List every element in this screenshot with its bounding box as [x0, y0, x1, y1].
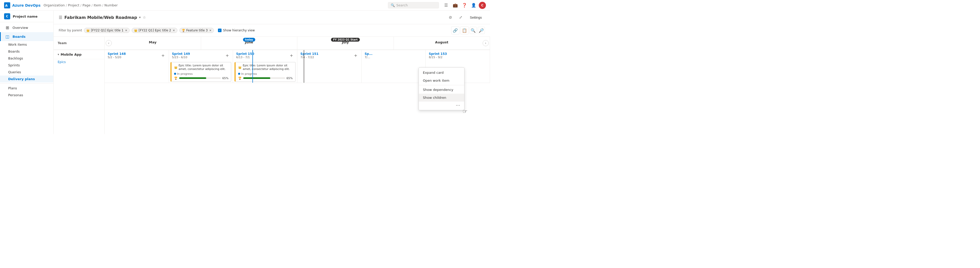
context-menu-show-children[interactable]: Show children [419, 94, 464, 102]
expand-icon-btn[interactable]: ⤢ [457, 13, 465, 21]
sidebar-item-boards[interactable]: ◫ Boards [0, 32, 53, 41]
sprint-153-header: Sprint 153 8/15 - 9/2 [426, 50, 490, 61]
sprint-152-name[interactable]: Sp... [365, 52, 372, 56]
context-menu-show-dependency[interactable]: Show dependency [419, 86, 464, 94]
next-month-btn[interactable]: › [483, 40, 489, 46]
work-items-label: Work items [8, 43, 27, 46]
sprint-151-add-btn[interactable]: + [353, 53, 358, 58]
filter-chip-feature3[interactable]: 🏆 Feature title 3 ✕ [180, 28, 214, 33]
epic-card-2[interactable]: 👑 Epic title: Lorem ipsum dolor sit amet… [234, 62, 296, 82]
team-epics-link[interactable]: Epics [54, 59, 104, 65]
breadcrumb-page[interactable]: Page [83, 3, 90, 7]
briefcase-icon-btn[interactable]: 💼 [451, 1, 460, 10]
epic-card-1-text: Epic title: Lorem ipsum dolor sit amet, … [179, 64, 229, 71]
project-icon: C [4, 13, 10, 19]
sprint-153-dates: 8/15 - 9/2 [429, 56, 447, 59]
month-col-august: August › [394, 37, 490, 49]
filter-icon-btn[interactable]: ⊘ [446, 13, 455, 21]
filter-chip-close-2[interactable]: ✕ [173, 29, 175, 32]
person-icon-btn[interactable]: 👤 [469, 1, 478, 10]
sprint-148-name[interactable]: Sprint 148 [108, 52, 126, 56]
filter-bar: Filter by parent 👑 [FY22 Q1] Epic title … [54, 24, 490, 37]
month-col-may: ‹ May [105, 37, 201, 49]
favorite-star-icon[interactable]: ☆ [143, 15, 146, 19]
breadcrumb-item[interactable]: Item [94, 3, 101, 7]
epic-card-2-header: 👑 Epic title: Lorem ipsum dolor sit amet… [238, 64, 293, 71]
sprint-col-148: Sprint 148 5/2 - 5/20 + [105, 50, 169, 83]
zoom-out-btn[interactable]: 🔎 [478, 27, 485, 34]
epic-crown-icon-2: 👑 [238, 66, 242, 69]
sprint-149-add-btn[interactable]: + [224, 53, 230, 58]
sprint-153-name[interactable]: Sprint 153 [429, 52, 447, 56]
filter-chip-text-1: [FY22 Q1] Epic title 1 [91, 29, 123, 32]
list-icon-btn[interactable]: ☰ [442, 1, 450, 10]
sprint-151-info: Sprint 151 7/4 - 7/22 [301, 52, 318, 59]
team-col-header: Team [54, 37, 105, 49]
show-children-label: Show children [423, 96, 446, 99]
sidebar-label-boards: Boards [13, 35, 25, 38]
hierarchy-toggle[interactable]: ✓ Show hierarchy view [218, 29, 255, 32]
epic-crown-icon-1: 👑 [174, 66, 178, 69]
sprint-151-header: Sprint 151 7/4 - 7/22 + [298, 50, 361, 61]
sidebar-item-plans[interactable]: Plans [0, 85, 53, 92]
sprint-152-info: Sp... 7/... [365, 52, 372, 59]
context-menu-expand-card[interactable]: Expand card [419, 69, 464, 77]
prev-month-btn[interactable]: ‹ [106, 40, 112, 46]
help-icon-btn[interactable]: ❓ [460, 1, 469, 10]
search-box[interactable]: 🔍 Search [388, 2, 439, 8]
top-nav: A Azure DevOps Organization / Project / … [0, 0, 490, 11]
plan-dropdown-icon[interactable]: ▾ [139, 16, 141, 19]
hierarchy-checkbox[interactable]: ✓ [218, 29, 221, 32]
progress-bar-2 [243, 77, 285, 79]
sprint-151-name[interactable]: Sprint 151 [301, 52, 318, 56]
filter-chip-close-3[interactable]: ✕ [209, 29, 212, 32]
plan-list-icon: ☰ [59, 15, 62, 20]
personas-label: Personas [8, 93, 23, 97]
filter-chip-close-1[interactable]: ✕ [125, 29, 127, 32]
progress-pct-2: 65% [286, 77, 293, 80]
sprint-150-header: Sprint 150 6/13 - 7/1 + [233, 50, 297, 61]
status-text-2: In progress [241, 72, 257, 75]
sidebar-item-queries[interactable]: Queries [0, 69, 53, 75]
sidebar-item-delivery-plans[interactable]: Delivery plans [0, 75, 53, 83]
breadcrumb-org[interactable]: Organization [44, 3, 65, 7]
search-icon: 🔍 [391, 3, 395, 7]
sprint-col-152: Sp... 7/... [362, 50, 426, 83]
sprint-153-info: Sprint 153 8/15 - 9/2 [429, 52, 447, 59]
context-menu-more-dots[interactable]: ··· [419, 102, 464, 109]
link-icon-btn[interactable]: 🔗 [451, 26, 460, 35]
sidebar-item-personas[interactable]: Personas [0, 92, 53, 99]
zoom-in-btn[interactable]: 🔍 [469, 27, 477, 34]
sprint-150-info: Sprint 150 6/13 - 7/1 [236, 52, 254, 59]
epic-card-1[interactable]: 👑 Epic title: Lorem ipsum dolor sit amet… [170, 62, 231, 82]
sidebar-item-work-items[interactable]: Work items [0, 41, 53, 48]
month-col-june: June today [201, 37, 298, 49]
sprint-150-add-btn[interactable]: + [289, 53, 294, 58]
queries-label: Queries [8, 70, 21, 74]
user-avatar[interactable]: C [479, 2, 486, 9]
sprint-148-dates: 5/2 - 5/20 [108, 56, 126, 59]
sidebar-item-sprints[interactable]: Sprints [0, 62, 53, 69]
sprint-150-name[interactable]: Sprint 150 [236, 52, 254, 56]
status-dot-1 [174, 73, 176, 75]
sidebar-item-backlogs[interactable]: Backlogs [0, 55, 53, 62]
search-placeholder: Search [396, 3, 408, 7]
filter-chip-text-3: Feature title 3 [186, 29, 208, 32]
filter-chip-epic2[interactable]: 👑 [FY22 Q1] Epic title 2 ✕ [132, 28, 177, 33]
boards-icon: ◫ [5, 34, 10, 39]
epic-card-1-progress-row: 🏆 65% [174, 77, 229, 80]
message-icon-btn[interactable]: 📋 [460, 26, 469, 35]
breadcrumb-project[interactable]: Project [68, 3, 79, 7]
filter-chip-epic1[interactable]: 👑 [FY22 Q1] Epic title 1 ✕ [84, 28, 130, 33]
month-label-august: August [394, 37, 490, 48]
context-menu-open-work-item[interactable]: Open work item [419, 77, 464, 85]
sprint-148-add-btn[interactable]: + [161, 53, 165, 58]
sidebar-item-boards-sub[interactable]: Boards [0, 48, 53, 55]
breadcrumb-number[interactable]: Number [104, 3, 118, 7]
sidebar-item-overview[interactable]: ⊞ Overview [0, 23, 53, 32]
settings-button[interactable]: Settings [467, 14, 485, 21]
azure-devops-logo[interactable]: A Azure DevOps [4, 2, 41, 8]
team-expand-icon[interactable]: ▾ [58, 53, 59, 56]
epic-card-2-text: Epic title: Lorem ipsum dolor sit amet, … [243, 64, 293, 71]
sprint-149-name[interactable]: Sprint 149 [172, 52, 190, 56]
